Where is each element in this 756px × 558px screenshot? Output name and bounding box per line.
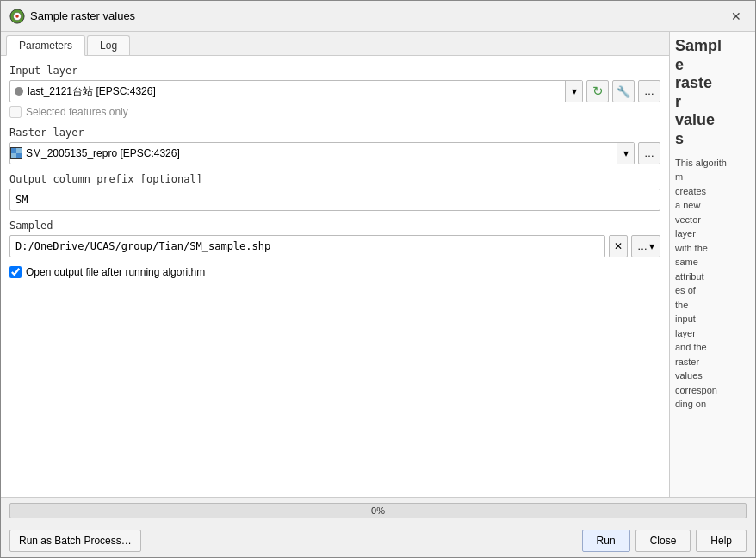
right-panel: Samplerastervalues This algorith m creat… xyxy=(669,32,755,497)
open-output-label: Open output file after running algorithm xyxy=(26,266,205,278)
output-prefix-input[interactable] xyxy=(9,189,660,211)
action-buttons: Run Close Help xyxy=(582,530,747,552)
ellipsis-icon: … xyxy=(637,240,648,252)
selected-features-checkbox[interactable] xyxy=(9,106,22,118)
progress-label: 0% xyxy=(10,504,746,518)
app-icon xyxy=(9,9,25,24)
progress-bar-container: 0% xyxy=(9,503,747,518)
close-button[interactable]: Close xyxy=(635,530,691,552)
refresh-icon: ↻ xyxy=(592,84,604,99)
selected-features-row: Selected features only xyxy=(9,106,660,118)
left-panel: Parameters Log Input layer last_2121台站 [… xyxy=(1,32,669,497)
title-bar: Sample raster values ✕ xyxy=(1,1,755,32)
output-prefix-label: Output column prefix [optional] xyxy=(9,173,660,185)
raster-layer-dropdown-arrow[interactable]: ▾ xyxy=(617,143,634,164)
tab-parameters[interactable]: Parameters xyxy=(6,35,85,56)
input-layer-row: last_2121台站 [EPSC:4326] ▾ ↻ 🔧 … xyxy=(9,80,660,102)
dialog-window: Sample raster values ✕ Parameters Log In… xyxy=(0,0,756,558)
input-layer-group: Input layer last_2121台站 [EPSC:4326] ▾ ↻ xyxy=(9,65,660,118)
more-raster-button[interactable]: … xyxy=(638,142,660,164)
sampled-group: Sampled ✕ … ▾ xyxy=(9,220,660,257)
window-title: Sample raster values xyxy=(30,9,135,22)
close-window-button[interactable]: ✕ xyxy=(726,8,747,25)
raster-layer-value: SM_2005135_repro [EPSC:4326] xyxy=(26,147,617,159)
progress-area: 0% xyxy=(1,497,755,524)
title-left: Sample raster values xyxy=(9,9,135,24)
ellipsis-icon: … xyxy=(644,85,654,97)
tab-log[interactable]: Log xyxy=(87,35,130,55)
selected-features-label: Selected features only xyxy=(26,106,128,118)
right-scroll-area[interactable]: Samplerastervalues This algorith m creat… xyxy=(670,32,755,497)
input-layer-select[interactable]: last_2121台站 [EPSC:4326] ▾ xyxy=(9,80,583,102)
help-button[interactable]: Help xyxy=(696,530,747,552)
run-button[interactable]: Run xyxy=(582,530,630,552)
layer-dot-icon xyxy=(15,87,23,96)
raster-layer-label: Raster layer xyxy=(9,127,660,139)
right-panel-title: Samplerastervalues xyxy=(675,37,750,149)
ellipsis-icon: … xyxy=(644,147,654,159)
input-layer-dropdown-arrow[interactable]: ▾ xyxy=(565,81,582,102)
input-layer-value: last_2121台站 [EPSC:4326] xyxy=(28,84,565,99)
input-layer-label: Input layer xyxy=(9,65,660,77)
clear-sampled-button[interactable]: ✕ xyxy=(609,235,628,257)
open-output-row: Open output file after running algorithm xyxy=(9,266,660,278)
svg-point-2 xyxy=(15,15,19,18)
output-prefix-group: Output column prefix [optional] xyxy=(9,173,660,211)
tab-bar: Parameters Log xyxy=(1,32,669,56)
sampled-row: ✕ … ▾ xyxy=(9,235,660,257)
browse-sampled-button[interactable]: … ▾ xyxy=(631,235,660,257)
sampled-input[interactable] xyxy=(9,235,605,257)
run-batch-button[interactable]: Run as Batch Process… xyxy=(9,530,141,552)
open-output-checkbox[interactable] xyxy=(9,266,22,278)
tool-icon: 🔧 xyxy=(617,85,630,98)
right-panel-description: This algorith m creates a new vector lay… xyxy=(675,156,750,412)
raster-layer-icon xyxy=(10,147,22,159)
raster-layer-group: Raster layer SM_2005135_repro [EPSC:4326… xyxy=(9,127,660,164)
bottom-bar: Run as Batch Process… Run Close Help xyxy=(1,524,755,557)
parameters-panel: Input layer last_2121台站 [EPSC:4326] ▾ ↻ xyxy=(1,56,669,497)
sampled-label: Sampled xyxy=(9,220,660,232)
chevron-down-icon: ▾ xyxy=(623,147,629,159)
content-area: Parameters Log Input layer last_2121台站 [… xyxy=(1,32,755,497)
chevron-down-icon: ▾ xyxy=(572,85,577,97)
refresh-input-button[interactable]: ↻ xyxy=(586,80,609,102)
raster-layer-select[interactable]: SM_2005135_repro [EPSC:4326] ▾ xyxy=(9,142,635,164)
more-input-button[interactable]: … xyxy=(638,80,660,102)
raster-layer-row: SM_2005135_repro [EPSC:4326] ▾ … xyxy=(9,142,660,164)
dropdown-icon: ▾ xyxy=(649,240,654,252)
settings-input-button[interactable]: 🔧 xyxy=(612,80,635,102)
clear-icon: ✕ xyxy=(614,240,623,252)
